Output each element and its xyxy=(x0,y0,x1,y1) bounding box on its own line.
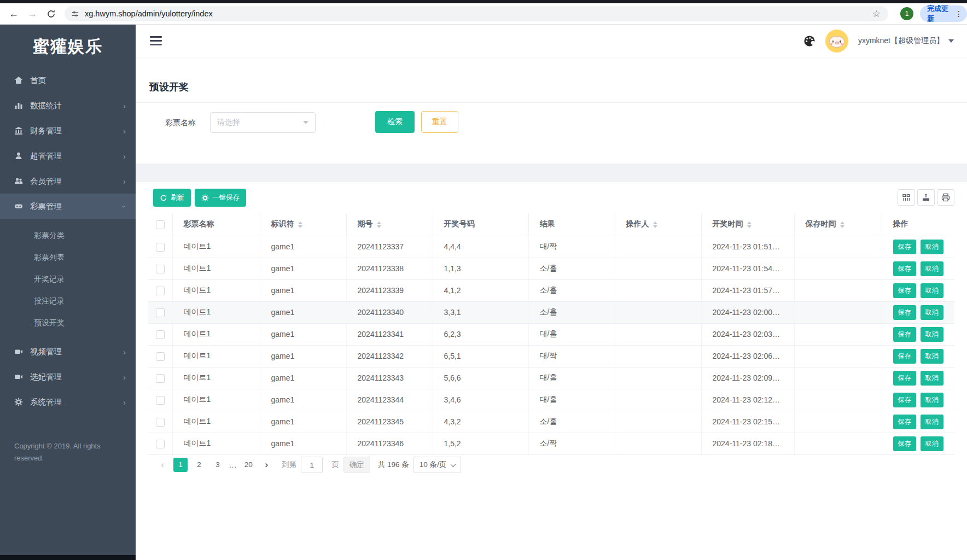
browser-back-button[interactable]: ← xyxy=(7,7,21,21)
save-row-button[interactable]: 保存 xyxy=(893,283,916,298)
sidebar-item-preset-draw[interactable]: 预设开奖 xyxy=(0,312,136,334)
url-text[interactable]: xg.hwym.shop/admin/yulottery/index xyxy=(85,9,872,18)
lottery-name-select[interactable]: 请选择 xyxy=(210,112,316,133)
row-checkbox[interactable] xyxy=(156,418,165,427)
page-button-1[interactable]: 1 xyxy=(173,458,188,472)
cancel-row-button[interactable]: 取消 xyxy=(921,240,943,254)
sidebar-item-concubine[interactable]: 选妃管理 › xyxy=(0,364,136,389)
cell-issue: 20241123341 xyxy=(346,323,433,345)
cell-draw-numbers: 1,5,2 xyxy=(433,433,528,454)
avatar[interactable] xyxy=(825,30,848,52)
save-row-button[interactable]: 保存 xyxy=(893,393,916,407)
cancel-row-button[interactable]: 取消 xyxy=(921,393,943,407)
cell-identifier: game1 xyxy=(260,433,346,454)
col-identifier[interactable]: 标识符 xyxy=(260,213,346,236)
col-operator[interactable]: 操作人 xyxy=(615,213,701,236)
save-row-button[interactable]: 保存 xyxy=(893,240,916,254)
user-menu[interactable]: yxymknet【超级管理员】 xyxy=(858,36,954,46)
sidebar-item-lottery-category[interactable]: 彩票分类 xyxy=(0,224,136,246)
row-checkbox[interactable] xyxy=(156,352,165,361)
search-button[interactable]: 检索 xyxy=(375,111,415,133)
prev-page-button[interactable]: ‹ xyxy=(156,459,169,470)
row-checkbox[interactable] xyxy=(156,330,165,339)
refresh-button[interactable]: 刷新 xyxy=(153,189,191,207)
col-issue[interactable]: 期号 xyxy=(346,213,433,236)
browser-forward-button[interactable]: → xyxy=(25,7,39,21)
save-row-button[interactable]: 保存 xyxy=(893,415,916,429)
row-checkbox[interactable] xyxy=(156,374,165,383)
row-checkbox[interactable] xyxy=(156,396,165,405)
cell-identifier: game1 xyxy=(260,258,346,279)
site-settings-icon[interactable] xyxy=(71,10,79,18)
sidebar-item-lottery-list[interactable]: 彩票列表 xyxy=(0,246,136,268)
sidebar-item-draw-records[interactable]: 开奖记录 xyxy=(0,268,136,290)
cell-save-time xyxy=(794,279,882,301)
bookmark-star-icon[interactable]: ☆ xyxy=(872,8,881,20)
cell-issue: 20241123342 xyxy=(346,345,433,367)
export-button[interactable] xyxy=(917,189,935,206)
cancel-row-button[interactable]: 取消 xyxy=(921,327,943,342)
cancel-row-button[interactable]: 取消 xyxy=(921,283,943,298)
save-row-button[interactable]: 保存 xyxy=(893,327,916,342)
menu-toggle-icon[interactable] xyxy=(150,36,162,45)
cancel-row-button[interactable]: 取消 xyxy=(921,436,943,451)
row-checkbox[interactable] xyxy=(156,440,165,448)
columns-settings-button[interactable] xyxy=(898,189,915,206)
sidebar-item-superadmin[interactable]: 超管管理 › xyxy=(0,143,136,168)
page-button-2[interactable]: 2 xyxy=(192,458,206,472)
address-bar[interactable]: xg.hwym.shop/admin/yulottery/index ☆ xyxy=(65,6,888,21)
save-all-button[interactable]: 一键保存 xyxy=(195,189,246,207)
sidebar-item-statistics[interactable]: 数据统计 › xyxy=(0,93,136,118)
cancel-row-button[interactable]: 取消 xyxy=(921,305,943,320)
bank-icon xyxy=(14,126,23,135)
row-checkbox[interactable] xyxy=(156,287,165,295)
save-row-button[interactable]: 保存 xyxy=(893,371,916,386)
cancel-row-button[interactable]: 取消 xyxy=(921,261,943,276)
sidebar-item-bet-records[interactable]: 投注记录 xyxy=(0,290,136,312)
caret-down-icon xyxy=(948,39,954,43)
page-button-20[interactable]: 20 xyxy=(241,458,255,472)
sort-icon[interactable] xyxy=(840,221,844,228)
select-all-checkbox[interactable] xyxy=(156,220,165,229)
sidebar-item-finance[interactable]: 财务管理 › xyxy=(0,118,136,143)
cancel-row-button[interactable]: 取消 xyxy=(921,349,943,364)
row-checkbox[interactable] xyxy=(156,265,165,273)
col-draw-numbers: 开奖号码 xyxy=(433,213,528,236)
sidebar-item-lottery[interactable]: 彩票管理 › xyxy=(0,194,136,219)
row-checkbox[interactable] xyxy=(156,308,165,317)
browser-update-button[interactable]: 完成更新 ⋮ xyxy=(920,5,967,22)
col-draw-time[interactable]: 开奖时间 xyxy=(701,213,794,236)
save-row-button[interactable]: 保存 xyxy=(893,436,916,451)
theme-palette-icon[interactable] xyxy=(803,35,815,47)
save-row-button[interactable]: 保存 xyxy=(893,261,916,276)
table-row: 데이트1 game1 20241123337 4,4,4 대/짝 2024-11… xyxy=(148,236,954,258)
page-button-3[interactable]: 3 xyxy=(211,458,225,472)
goto-page-input[interactable] xyxy=(301,457,323,473)
cell-result: 대/짝 xyxy=(528,345,615,367)
sidebar-item-system[interactable]: 系统管理 › xyxy=(0,389,136,415)
sidebar-item-members[interactable]: 会员管理 › xyxy=(0,168,136,194)
sidebar-item-home[interactable]: 首页 xyxy=(0,68,136,93)
save-row-button[interactable]: 保存 xyxy=(893,305,916,320)
sidebar-item-video[interactable]: 视频管理 › xyxy=(0,339,136,364)
cancel-row-button[interactable]: 取消 xyxy=(921,371,943,386)
browser-menu-icon[interactable]: ⋮ xyxy=(955,10,963,18)
row-checkbox[interactable] xyxy=(156,243,165,252)
sort-icon[interactable] xyxy=(298,221,302,228)
cell-identifier: game1 xyxy=(260,389,346,411)
cell-identifier: game1 xyxy=(260,279,346,301)
sort-icon[interactable] xyxy=(653,221,657,228)
page-size-select[interactable]: 10 条/页 xyxy=(413,457,462,473)
next-page-button[interactable]: › xyxy=(260,459,273,470)
sort-icon[interactable] xyxy=(747,221,752,228)
reset-button[interactable]: 重置 xyxy=(421,111,458,133)
goto-confirm-button[interactable]: 确定 xyxy=(343,457,370,473)
sort-icon[interactable] xyxy=(377,221,381,228)
print-button[interactable] xyxy=(937,189,954,206)
save-row-button[interactable]: 保存 xyxy=(893,349,916,364)
cancel-row-button[interactable]: 取消 xyxy=(921,415,943,429)
cell-lottery-name: 데이트1 xyxy=(172,411,260,433)
browser-profile-avatar[interactable]: 1 xyxy=(900,7,913,20)
browser-refresh-button[interactable] xyxy=(44,7,58,21)
col-save-time[interactable]: 保存时间 xyxy=(794,213,882,236)
